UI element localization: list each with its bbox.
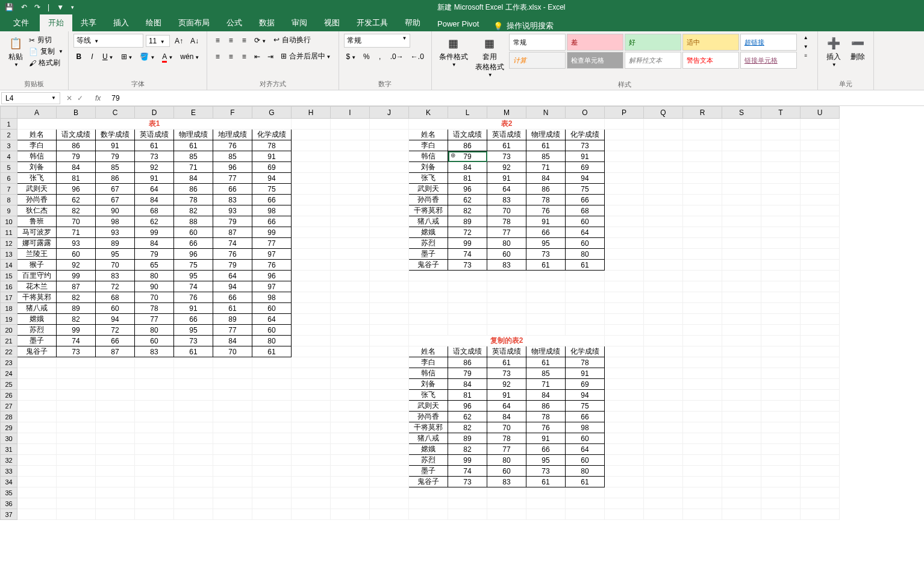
cell[interactable] xyxy=(174,433,213,444)
cell[interactable] xyxy=(761,390,801,401)
cell[interactable]: 刘备 xyxy=(409,162,448,173)
cell[interactable] xyxy=(566,325,605,336)
cell[interactable]: 66 xyxy=(174,238,213,249)
cell[interactable]: 物理成绩 xyxy=(174,130,213,140)
cell[interactable] xyxy=(683,162,722,173)
cell[interactable]: 89 xyxy=(57,303,96,314)
cell[interactable] xyxy=(644,357,683,368)
column-header[interactable]: R xyxy=(683,107,722,119)
style-hyperlink[interactable]: 超链接 xyxy=(740,34,797,51)
cell[interactable]: 化学成绩 xyxy=(252,130,292,140)
cell[interactable] xyxy=(370,357,409,368)
cell[interactable]: 84 xyxy=(448,162,487,173)
cell[interactable] xyxy=(605,292,644,303)
cell[interactable]: 鲁班 xyxy=(17,216,57,227)
cell[interactable]: 71 xyxy=(526,379,566,390)
cell[interactable] xyxy=(370,281,409,292)
cell[interactable] xyxy=(605,162,644,173)
cell[interactable]: 61 xyxy=(526,357,566,368)
cell[interactable] xyxy=(331,368,370,379)
cell[interactable] xyxy=(722,162,761,173)
style-bad[interactable]: 差 xyxy=(567,34,623,51)
cell[interactable] xyxy=(96,509,135,520)
cell[interactable] xyxy=(213,487,252,498)
cell[interactable] xyxy=(331,303,370,314)
cell[interactable]: 猪八戒 xyxy=(409,216,448,227)
cell[interactable] xyxy=(683,379,722,390)
cell[interactable] xyxy=(761,303,801,314)
cell[interactable] xyxy=(605,238,644,249)
cell[interactable]: 韩信 xyxy=(17,151,57,162)
cell[interactable] xyxy=(135,412,174,422)
cell[interactable] xyxy=(761,412,801,422)
cell[interactable] xyxy=(605,498,644,509)
row-header[interactable]: 4 xyxy=(1,151,17,162)
cell[interactable]: 66 xyxy=(213,292,252,303)
cell[interactable]: 61 xyxy=(487,140,526,151)
cell[interactable] xyxy=(448,487,487,498)
cell[interactable]: 86 xyxy=(526,401,566,412)
cell[interactable] xyxy=(644,487,683,498)
cell[interactable] xyxy=(722,477,761,487)
cell[interactable] xyxy=(644,401,683,412)
cell[interactable] xyxy=(292,487,331,498)
cell[interactable]: 91 xyxy=(487,173,526,184)
cell[interactable] xyxy=(526,487,566,498)
cell[interactable] xyxy=(292,119,331,130)
cell[interactable] xyxy=(644,368,683,379)
cell[interactable] xyxy=(801,379,840,390)
cell[interactable] xyxy=(292,314,331,325)
cell[interactable] xyxy=(448,303,487,314)
column-header[interactable]: A xyxy=(17,107,57,119)
cell[interactable] xyxy=(370,119,409,130)
cell[interactable]: 孙尚香 xyxy=(409,412,448,422)
cell[interactable] xyxy=(174,466,213,477)
cell[interactable] xyxy=(801,216,840,227)
cell[interactable]: 86 xyxy=(526,184,566,195)
confirm-formula-icon[interactable]: ✓ xyxy=(77,94,83,102)
cell[interactable]: 61 xyxy=(526,477,566,487)
cell[interactable]: 兰陵王 xyxy=(17,249,57,260)
cell[interactable] xyxy=(292,466,331,477)
cell[interactable]: 78 xyxy=(135,303,174,314)
cell[interactable]: 60 xyxy=(57,249,96,260)
cell[interactable]: 64 xyxy=(487,184,526,195)
cell[interactable] xyxy=(683,455,722,466)
cell[interactable] xyxy=(801,412,840,422)
cell[interactable] xyxy=(174,444,213,455)
cell[interactable] xyxy=(644,379,683,390)
cell[interactable] xyxy=(644,466,683,477)
column-header[interactable]: M xyxy=(487,107,526,119)
cell[interactable]: 81 xyxy=(448,390,487,401)
cell[interactable] xyxy=(331,227,370,238)
cell[interactable] xyxy=(331,184,370,195)
cell[interactable] xyxy=(292,477,331,487)
row-header[interactable]: 27 xyxy=(1,401,17,412)
column-header[interactable]: E xyxy=(174,107,213,119)
cell[interactable] xyxy=(17,390,57,401)
cell[interactable]: 86 xyxy=(174,184,213,195)
cell[interactable] xyxy=(722,238,761,249)
cell[interactable] xyxy=(17,412,57,422)
cell[interactable]: 98 xyxy=(252,292,292,303)
row-header[interactable]: 31 xyxy=(1,444,17,455)
cell[interactable] xyxy=(370,260,409,271)
cell[interactable]: 96 xyxy=(252,271,292,281)
cell[interactable] xyxy=(252,509,292,520)
cell[interactable] xyxy=(292,205,331,216)
spreadsheet-grid[interactable]: ABCDEFGHIJKLMNOPQRSTU 1表1表22姓名语文成绩数学成绩英语… xyxy=(0,106,924,570)
cell[interactable] xyxy=(292,498,331,509)
cell[interactable] xyxy=(370,390,409,401)
cell[interactable] xyxy=(722,444,761,455)
cell[interactable] xyxy=(644,422,683,433)
cell[interactable] xyxy=(448,325,487,336)
cell[interactable]: 61 xyxy=(252,346,292,357)
fx-icon[interactable]: fx xyxy=(89,94,107,102)
cell[interactable] xyxy=(722,498,761,509)
cell[interactable]: 78 xyxy=(487,433,526,444)
cell[interactable] xyxy=(761,162,801,173)
cell[interactable] xyxy=(252,379,292,390)
cell[interactable] xyxy=(96,466,135,477)
cell[interactable]: 94 xyxy=(566,390,605,401)
column-header[interactable]: F xyxy=(213,107,252,119)
